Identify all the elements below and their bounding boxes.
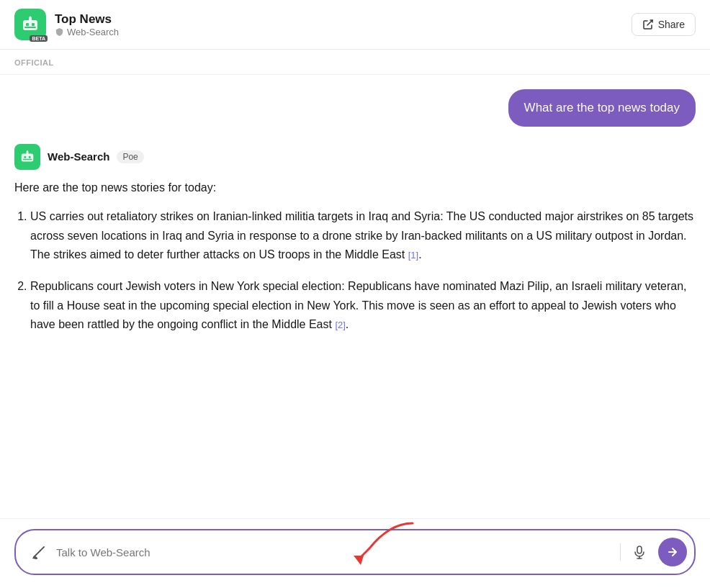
svg-rect-9 [23, 159, 32, 160]
share-label: Share [658, 19, 685, 30]
share-icon [642, 19, 654, 30]
poe-badge: Poe [117, 150, 143, 163]
list-item: US carries out retaliatory strikes on Ir… [30, 207, 696, 264]
svg-rect-0 [23, 20, 37, 30]
svg-rect-1 [26, 23, 29, 26]
svg-rect-2 [32, 23, 35, 26]
header-left: BETA Top News Web-Search [14, 9, 119, 40]
input-divider [620, 543, 621, 561]
svg-rect-8 [29, 156, 31, 158]
svg-rect-6 [22, 153, 34, 161]
subheader: OFFICIAL [0, 50, 710, 75]
input-area [0, 518, 710, 588]
bot-avatar [14, 144, 40, 170]
news-item-1-text: US carries out retaliatory strikes on Ir… [30, 210, 693, 261]
chat-input[interactable] [56, 546, 614, 558]
send-button[interactable] [658, 538, 687, 566]
svg-rect-7 [24, 156, 26, 158]
app-subtitle-text: Web-Search [67, 27, 119, 37]
app-header: BETA Top News Web-Search Share [0, 0, 710, 50]
svg-rect-3 [24, 27, 36, 28]
app-subtitle: Web-Search [55, 27, 119, 37]
bot-content: Here are the top news stories for today:… [14, 178, 696, 348]
official-label: OFFICIAL [14, 58, 54, 67]
svg-point-11 [27, 150, 28, 152]
beta-badge: BETA [30, 35, 48, 42]
send-icon [666, 546, 679, 558]
news-item-2-text: Republicans court Jewish voters in New Y… [30, 280, 687, 330]
bot-header: Web-Search Poe [14, 144, 696, 170]
svg-point-5 [30, 17, 32, 19]
svg-rect-13 [637, 546, 642, 553]
user-message-container: What are the top news today [14, 89, 696, 127]
citation-1[interactable]: [1] [408, 250, 418, 261]
mic-button[interactable] [626, 539, 652, 565]
citation-2[interactable]: [2] [335, 320, 345, 330]
user-message-bubble: What are the top news today [508, 89, 696, 127]
app-title-group: Top News Web-Search [55, 12, 119, 37]
chat-area: What are the top news today Web-Search P… [0, 75, 710, 533]
input-wrapper [14, 529, 696, 575]
share-button[interactable]: Share [632, 13, 696, 36]
bot-name: Web-Search [48, 150, 109, 163]
news-list: US carries out retaliatory strikes on Ir… [14, 207, 696, 334]
bot-message-container: Web-Search Poe Here are the top news sto… [14, 144, 696, 348]
bot-intro: Here are the top news stories for today: [14, 178, 696, 197]
svg-line-12 [34, 551, 40, 557]
shield-icon [55, 27, 64, 37]
app-icon: BETA [14, 9, 46, 40]
app-title: Top News [55, 12, 119, 27]
list-item: Republicans court Jewish voters in New Y… [30, 277, 696, 334]
broom-icon [27, 540, 50, 564]
mic-icon [632, 545, 647, 559]
